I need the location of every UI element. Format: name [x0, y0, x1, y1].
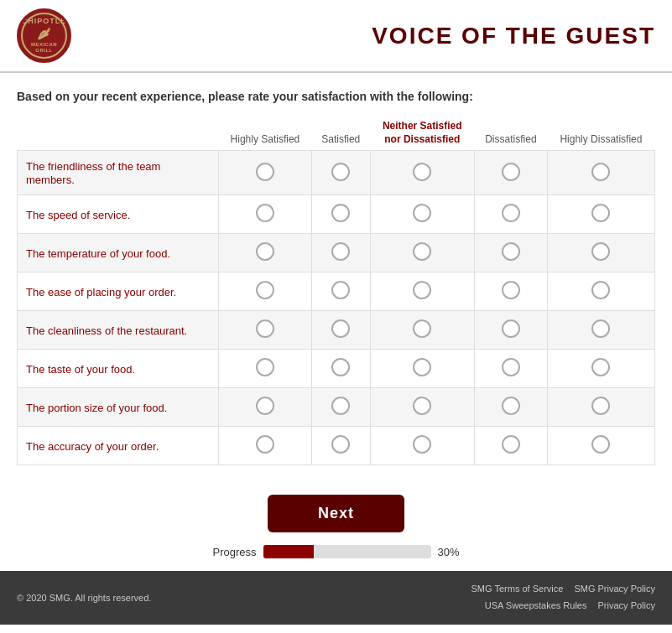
radio-taste-satisfied[interactable] — [331, 358, 350, 376]
radio-cell-friendliness-highly-satisfied[interactable] — [219, 151, 312, 195]
radio-friendliness-highly-satisfied[interactable] — [256, 163, 274, 181]
radio-portion-highly-dissatisfied[interactable] — [591, 397, 610, 415]
radio-ease-neither[interactable] — [413, 281, 431, 299]
footer-link-privacy[interactable]: SMG Privacy Policy — [574, 584, 655, 594]
row-text-taste: The taste of your food. — [26, 363, 135, 376]
radio-cell-friendliness-satisfied[interactable] — [311, 151, 370, 195]
radio-cell-temperature-satisfied[interactable] — [311, 234, 370, 272]
radio-cell-ease-satisfied[interactable] — [311, 272, 370, 311]
radio-ease-highly-satisfied[interactable] — [256, 281, 274, 299]
table-row: The accuracy of your order. — [18, 427, 655, 465]
radio-cell-cleanliness-highly-dissatisfied[interactable] — [547, 311, 654, 350]
radio-cleanliness-dissatisfied[interactable] — [502, 319, 520, 338]
footer-link-terms[interactable]: SMG Terms of Service — [471, 584, 564, 594]
radio-accuracy-dissatisfied[interactable] — [502, 435, 520, 454]
row-label-friendliness: The friendliness of the team members. — [18, 151, 219, 195]
radio-cell-accuracy-highly-dissatisfied[interactable] — [547, 427, 654, 465]
radio-temperature-neither[interactable] — [413, 242, 431, 261]
survey-instruction: Based on your recent experience, please … — [17, 90, 655, 103]
radio-cell-accuracy-dissatisfied[interactable] — [474, 427, 547, 465]
radio-accuracy-satisfied[interactable] — [331, 435, 350, 454]
radio-cell-friendliness-dissatisfied[interactable] — [474, 151, 547, 195]
radio-cell-friendliness-highly-dissatisfied[interactable] — [547, 151, 654, 195]
radio-speed-highly-satisfied[interactable] — [256, 204, 274, 222]
radio-cell-portion-highly-satisfied[interactable] — [219, 388, 312, 427]
radio-temperature-dissatisfied[interactable] — [502, 242, 520, 261]
radio-speed-satisfied[interactable] — [331, 204, 350, 222]
table-row: The cleanliness of the restaurant. — [18, 311, 655, 350]
radio-accuracy-highly-dissatisfied[interactable] — [591, 435, 610, 454]
row-label-accuracy: The accuracy of your order. — [18, 427, 219, 465]
radio-cell-taste-neither[interactable] — [370, 350, 474, 388]
radio-taste-highly-dissatisfied[interactable] — [591, 358, 610, 376]
radio-cleanliness-highly-dissatisfied[interactable] — [591, 319, 610, 338]
radio-cell-speed-dissatisfied[interactable] — [474, 195, 547, 234]
radio-friendliness-satisfied[interactable] — [331, 163, 350, 181]
radio-accuracy-highly-satisfied[interactable] — [256, 435, 274, 454]
radio-portion-satisfied[interactable] — [331, 397, 350, 415]
row-text-speed: The speed of service. — [26, 209, 130, 221]
radio-cell-taste-highly-satisfied[interactable] — [219, 350, 312, 388]
radio-cell-taste-highly-dissatisfied[interactable] — [547, 350, 654, 388]
footer-link-privacy-policy[interactable]: Privacy Policy — [598, 600, 655, 610]
next-button[interactable]: Next — [268, 495, 404, 532]
table-header-row: Highly Satisfied Satisfied Neither Satis… — [18, 116, 655, 151]
radio-temperature-highly-satisfied[interactable] — [256, 242, 274, 261]
radio-cell-taste-dissatisfied[interactable] — [474, 350, 547, 388]
radio-cell-speed-highly-satisfied[interactable] — [219, 195, 312, 234]
radio-speed-neither[interactable] — [413, 204, 431, 222]
radio-cleanliness-highly-satisfied[interactable] — [256, 319, 274, 338]
radio-cell-temperature-highly-satisfied[interactable] — [219, 234, 312, 272]
radio-temperature-satisfied[interactable] — [331, 242, 350, 261]
radio-taste-neither[interactable] — [413, 358, 431, 376]
radio-cell-portion-neither[interactable] — [370, 388, 474, 427]
radio-cell-temperature-neither[interactable] — [370, 234, 474, 272]
radio-cell-portion-highly-dissatisfied[interactable] — [547, 388, 654, 427]
radio-cell-temperature-dissatisfied[interactable] — [474, 234, 547, 272]
table-row: The temperature of your food. — [18, 234, 655, 272]
radio-taste-highly-satisfied[interactable] — [256, 358, 274, 376]
radio-cell-ease-dissatisfied[interactable] — [474, 272, 547, 311]
radio-cell-taste-satisfied[interactable] — [311, 350, 370, 388]
radio-cell-cleanliness-highly-satisfied[interactable] — [219, 311, 312, 350]
radio-cell-speed-neither[interactable] — [370, 195, 474, 234]
radio-friendliness-neither[interactable] — [413, 163, 431, 181]
radio-cell-friendliness-neither[interactable] — [370, 151, 474, 195]
footer: © 2020 SMG. All rights reserved. SMG Ter… — [0, 571, 672, 625]
radio-temperature-highly-dissatisfied[interactable] — [591, 242, 610, 261]
radio-ease-dissatisfied[interactable] — [502, 281, 520, 299]
radio-cell-ease-highly-satisfied[interactable] — [219, 272, 312, 311]
radio-cell-ease-neither[interactable] — [370, 272, 474, 311]
radio-cell-cleanliness-neither[interactable] — [370, 311, 474, 350]
row-text-temperature: The temperature of your food. — [26, 247, 170, 260]
footer-link-sweepstakes[interactable]: USA Sweepstakes Rules — [485, 600, 587, 610]
row-label-temperature: The temperature of your food. — [18, 234, 219, 272]
radio-cell-portion-dissatisfied[interactable] — [474, 388, 547, 427]
radio-speed-dissatisfied[interactable] — [502, 204, 520, 222]
radio-cell-ease-highly-dissatisfied[interactable] — [547, 272, 654, 311]
radio-friendliness-dissatisfied[interactable] — [502, 163, 520, 181]
radio-cell-cleanliness-satisfied[interactable] — [311, 311, 370, 350]
progress-area: Progress 30% — [0, 545, 672, 558]
radio-cell-cleanliness-dissatisfied[interactable] — [474, 311, 547, 350]
radio-cleanliness-satisfied[interactable] — [331, 319, 350, 338]
radio-portion-highly-satisfied[interactable] — [256, 397, 274, 415]
radio-speed-highly-dissatisfied[interactable] — [591, 204, 610, 222]
radio-accuracy-neither[interactable] — [413, 435, 431, 454]
col-header-dissatisfied: Dissatisfied — [474, 116, 547, 151]
radio-cell-accuracy-highly-satisfied[interactable] — [219, 427, 312, 465]
radio-cleanliness-neither[interactable] — [413, 319, 431, 338]
radio-cell-portion-satisfied[interactable] — [311, 388, 370, 427]
radio-ease-satisfied[interactable] — [331, 281, 350, 299]
radio-cell-temperature-highly-dissatisfied[interactable] — [547, 234, 654, 272]
radio-ease-highly-dissatisfied[interactable] — [591, 281, 610, 299]
radio-portion-neither[interactable] — [413, 397, 431, 415]
radio-friendliness-highly-dissatisfied[interactable] — [591, 163, 610, 181]
radio-cell-accuracy-neither[interactable] — [370, 427, 474, 465]
radio-cell-speed-satisfied[interactable] — [311, 195, 370, 234]
radio-taste-dissatisfied[interactable] — [502, 358, 520, 376]
radio-cell-speed-highly-dissatisfied[interactable] — [547, 195, 654, 234]
row-label-cleanliness: The cleanliness of the restaurant. — [18, 311, 219, 350]
radio-cell-accuracy-satisfied[interactable] — [311, 427, 370, 465]
radio-portion-dissatisfied[interactable] — [502, 397, 520, 415]
